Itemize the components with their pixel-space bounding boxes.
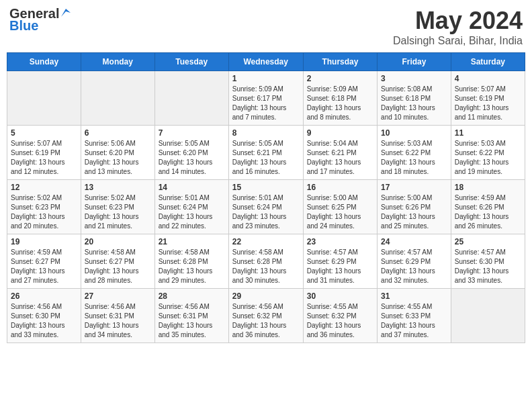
calendar-location: Dalsingh Sarai, Bihar, India (393, 35, 523, 47)
day-number: 5 (11, 128, 77, 138)
day-info: Sunrise: 5:05 AM Sunset: 6:20 PM Dayligh… (159, 139, 225, 177)
day-info: Sunrise: 4:56 AM Sunset: 6:31 PM Dayligh… (85, 302, 151, 340)
day-number: 19 (11, 237, 77, 246)
calendar-table: SundayMondayTuesdayWednesdayThursdayFrid… (7, 52, 525, 343)
calendar-day-cell: 11Sunrise: 5:03 AM Sunset: 6:22 PM Dayli… (451, 126, 525, 180)
calendar-day-cell: 9Sunrise: 5:04 AM Sunset: 6:21 PM Daylig… (303, 126, 377, 180)
calendar-week-row: 12Sunrise: 5:02 AM Sunset: 6:23 PM Dayli… (7, 180, 525, 234)
day-info: Sunrise: 5:04 AM Sunset: 6:21 PM Dayligh… (307, 139, 373, 177)
calendar-day-cell: 5Sunrise: 5:07 AM Sunset: 6:19 PM Daylig… (7, 126, 81, 180)
logo-bird-icon (60, 7, 72, 18)
day-number: 21 (159, 237, 225, 246)
calendar-day-cell: 19Sunrise: 4:59 AM Sunset: 6:27 PM Dayli… (7, 234, 81, 289)
day-number: 27 (85, 291, 151, 301)
day-number: 28 (159, 291, 225, 301)
day-number: 18 (455, 183, 521, 192)
day-number: 1 (232, 74, 300, 83)
day-info: Sunrise: 5:00 AM Sunset: 6:25 PM Dayligh… (307, 193, 373, 231)
day-info: Sunrise: 5:02 AM Sunset: 6:23 PM Dayligh… (11, 193, 77, 231)
calendar-day-cell: 1Sunrise: 5:09 AM Sunset: 6:17 PM Daylig… (228, 71, 303, 126)
calendar-day-cell: 30Sunrise: 4:55 AM Sunset: 6:32 PM Dayli… (303, 289, 377, 343)
day-info: Sunrise: 4:59 AM Sunset: 6:26 PM Dayligh… (455, 193, 521, 231)
day-number: 24 (381, 237, 447, 246)
calendar-day-cell: 22Sunrise: 4:58 AM Sunset: 6:28 PM Dayli… (228, 234, 303, 289)
day-number: 6 (85, 128, 151, 138)
day-number: 9 (307, 128, 373, 138)
day-of-week-header: Wednesday (228, 53, 303, 71)
calendar-title: May 2024 (393, 7, 523, 35)
calendar-day-cell (451, 289, 525, 343)
day-of-week-header: Monday (81, 53, 154, 71)
calendar-day-cell (154, 71, 228, 126)
day-number: 3 (381, 74, 447, 83)
calendar-day-cell: 29Sunrise: 4:56 AM Sunset: 6:32 PM Dayli… (228, 289, 303, 343)
calendar-day-cell: 12Sunrise: 5:02 AM Sunset: 6:23 PM Dayli… (7, 180, 81, 234)
day-info: Sunrise: 5:01 AM Sunset: 6:24 PM Dayligh… (159, 193, 225, 231)
calendar-day-cell: 16Sunrise: 5:00 AM Sunset: 6:25 PM Dayli… (303, 180, 377, 234)
day-info: Sunrise: 4:55 AM Sunset: 6:32 PM Dayligh… (307, 302, 373, 340)
day-info: Sunrise: 4:58 AM Sunset: 6:28 PM Dayligh… (232, 248, 300, 285)
calendar-week-row: 19Sunrise: 4:59 AM Sunset: 6:27 PM Dayli… (7, 234, 525, 289)
day-number: 10 (381, 128, 447, 138)
logo: General Blue (9, 7, 72, 32)
day-info: Sunrise: 5:01 AM Sunset: 6:24 PM Dayligh… (232, 193, 300, 231)
calendar-day-cell: 27Sunrise: 4:56 AM Sunset: 6:31 PM Dayli… (81, 289, 154, 343)
day-info: Sunrise: 4:57 AM Sunset: 6:30 PM Dayligh… (455, 248, 521, 285)
logo-blue-text: Blue (9, 19, 72, 32)
day-info: Sunrise: 4:59 AM Sunset: 6:27 PM Dayligh… (11, 248, 77, 285)
day-number: 16 (307, 183, 373, 192)
calendar-week-row: 1Sunrise: 5:09 AM Sunset: 6:17 PM Daylig… (7, 71, 525, 126)
day-info: Sunrise: 5:08 AM Sunset: 6:18 PM Dayligh… (381, 85, 447, 122)
day-number: 2 (307, 74, 373, 83)
calendar-day-cell: 23Sunrise: 4:57 AM Sunset: 6:29 PM Dayli… (303, 234, 377, 289)
day-number: 11 (455, 128, 521, 138)
day-number: 23 (307, 237, 373, 246)
day-info: Sunrise: 5:07 AM Sunset: 6:19 PM Dayligh… (455, 85, 521, 122)
calendar-day-cell: 15Sunrise: 5:01 AM Sunset: 6:24 PM Dayli… (228, 180, 303, 234)
day-info: Sunrise: 4:55 AM Sunset: 6:33 PM Dayligh… (381, 302, 447, 340)
day-info: Sunrise: 4:56 AM Sunset: 6:30 PM Dayligh… (11, 302, 77, 340)
day-info: Sunrise: 5:09 AM Sunset: 6:18 PM Dayligh… (307, 85, 373, 122)
day-of-week-header: Friday (378, 53, 451, 71)
day-info: Sunrise: 5:02 AM Sunset: 6:23 PM Dayligh… (85, 193, 151, 231)
day-number: 8 (232, 128, 300, 138)
day-number: 4 (455, 74, 521, 83)
day-of-week-header: Tuesday (154, 53, 228, 71)
day-number: 20 (85, 237, 151, 246)
day-number: 15 (232, 183, 300, 192)
calendar-day-cell: 18Sunrise: 4:59 AM Sunset: 6:26 PM Dayli… (451, 180, 525, 234)
calendar-day-cell: 7Sunrise: 5:05 AM Sunset: 6:20 PM Daylig… (154, 126, 228, 180)
calendar-day-cell: 10Sunrise: 5:03 AM Sunset: 6:22 PM Dayli… (378, 126, 451, 180)
day-info: Sunrise: 5:03 AM Sunset: 6:22 PM Dayligh… (381, 139, 447, 177)
day-of-week-header: Thursday (303, 53, 377, 71)
calendar-day-cell: 13Sunrise: 5:02 AM Sunset: 6:23 PM Dayli… (81, 180, 154, 234)
day-info: Sunrise: 4:58 AM Sunset: 6:28 PM Dayligh… (159, 248, 225, 285)
calendar-day-cell: 25Sunrise: 4:57 AM Sunset: 6:30 PM Dayli… (451, 234, 525, 289)
day-info: Sunrise: 4:57 AM Sunset: 6:29 PM Dayligh… (381, 248, 447, 285)
calendar-day-cell: 26Sunrise: 4:56 AM Sunset: 6:30 PM Dayli… (7, 289, 81, 343)
calendar-day-cell: 17Sunrise: 5:00 AM Sunset: 6:26 PM Dayli… (378, 180, 451, 234)
day-number: 30 (307, 291, 373, 301)
calendar-week-row: 5Sunrise: 5:07 AM Sunset: 6:19 PM Daylig… (7, 126, 525, 180)
day-number: 29 (232, 291, 300, 301)
day-number: 17 (381, 183, 447, 192)
calendar-day-cell: 20Sunrise: 4:58 AM Sunset: 6:27 PM Dayli… (81, 234, 154, 289)
calendar-day-cell: 21Sunrise: 4:58 AM Sunset: 6:28 PM Dayli… (154, 234, 228, 289)
day-info: Sunrise: 4:56 AM Sunset: 6:31 PM Dayligh… (159, 302, 225, 340)
day-number: 14 (159, 183, 225, 192)
calendar-day-cell: 31Sunrise: 4:55 AM Sunset: 6:33 PM Dayli… (378, 289, 451, 343)
title-block: May 2024 Dalsingh Sarai, Bihar, India (393, 7, 523, 47)
day-number: 13 (85, 183, 151, 192)
calendar-header-row: SundayMondayTuesdayWednesdayThursdayFrid… (7, 53, 525, 71)
day-number: 25 (455, 237, 521, 246)
day-info: Sunrise: 5:00 AM Sunset: 6:26 PM Dayligh… (381, 193, 447, 231)
day-number: 22 (232, 237, 300, 246)
calendar-day-cell: 14Sunrise: 5:01 AM Sunset: 6:24 PM Dayli… (154, 180, 228, 234)
calendar-week-row: 26Sunrise: 4:56 AM Sunset: 6:30 PM Dayli… (7, 289, 525, 343)
day-info: Sunrise: 5:03 AM Sunset: 6:22 PM Dayligh… (455, 139, 521, 177)
day-info: Sunrise: 4:57 AM Sunset: 6:29 PM Dayligh… (307, 248, 373, 285)
day-number: 31 (381, 291, 447, 301)
day-of-week-header: Sunday (7, 53, 81, 71)
calendar-day-cell: 8Sunrise: 5:05 AM Sunset: 6:21 PM Daylig… (228, 126, 303, 180)
day-number: 26 (11, 291, 77, 301)
